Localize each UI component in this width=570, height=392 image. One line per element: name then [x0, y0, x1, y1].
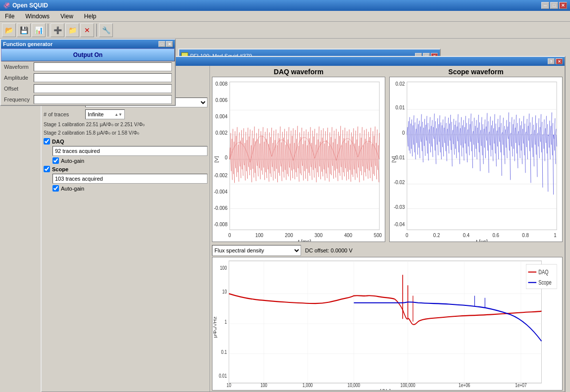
svg-text:0: 0 — [228, 232, 231, 238]
func-gen-restore-button[interactable]: □ — [158, 41, 165, 47]
svg-text:500: 500 — [374, 232, 382, 238]
scope-autogain-row: Auto-gain — [52, 185, 207, 192]
menu-help[interactable]: Help — [81, 12, 100, 21]
svg-text:0.6: 0.6 — [492, 232, 499, 238]
traces-spinbox[interactable]: Infinite ▲▼ — [85, 109, 125, 119]
scope-autogain-label: Auto-gain — [61, 186, 84, 192]
toolbar: 📂 💾 📊 ➕ 📁 ✕ 🔧 — [0, 22, 570, 39]
svg-text:1e+06: 1e+06 — [459, 382, 470, 389]
waveform-row: Waveform — [1, 61, 175, 72]
bottom-controls: Flux spectral density DC offset: 0.0000 … — [212, 245, 563, 256]
svg-text:100: 100 — [255, 232, 263, 238]
dc-offset-label: DC offset: 0.0000 V — [305, 247, 353, 253]
scope-autogain-checkbox[interactable] — [52, 185, 59, 192]
svg-text:0.1: 0.1 — [221, 348, 227, 355]
spectrum-analyzer-window: Spectrum Analyzer ? ✕ ▶ Start ↺ Reset — [41, 56, 566, 392]
menu-windows[interactable]: Windows — [22, 12, 52, 21]
frequency-value[interactable] — [34, 95, 172, 104]
sa-plots: DAQ waveform 0.008 0.006 0.004 0.002 0 -… — [210, 66, 565, 392]
func-gen-close-button[interactable]: ✕ — [166, 41, 173, 47]
sa-close-button[interactable]: ✕ — [556, 58, 563, 64]
daq-checkbox-row: DAQ — [44, 138, 207, 145]
menu-view[interactable]: View — [57, 12, 76, 21]
svg-text:0.006: 0.006 — [215, 97, 228, 102]
sa-help-button[interactable]: ? — [548, 58, 555, 64]
svg-text:-0.04: -0.04 — [394, 222, 405, 227]
daq-waveform-container: DAQ waveform 0.008 0.006 0.004 0.002 0 -… — [212, 68, 385, 242]
func-gen-title-text: Function generator — [3, 41, 52, 47]
svg-text:-0.004: -0.004 — [214, 189, 228, 194]
sa-controls: ▶ Start ↺ Reset ⬛ Stop ✓ — [42, 66, 210, 392]
svg-text:200: 200 — [285, 232, 293, 238]
bottom-plot: Flux spectral density DC offset: 0.0000 … — [210, 244, 565, 392]
delete-button[interactable]: ✕ — [80, 23, 94, 37]
stage1-calib-row: Stage 1 calibration 22.51 μA/Φ₀ or 2.251… — [44, 121, 207, 128]
svg-text:300: 300 — [314, 232, 323, 238]
daq-label: DAQ — [52, 139, 64, 145]
settings-button[interactable]: 🔧 — [99, 23, 113, 37]
svg-text:1: 1 — [554, 232, 557, 238]
app-title: Open SQUID — [12, 2, 48, 9]
function-generator-window: Function generator □ ✕ Output On Wavefor… — [0, 39, 176, 106]
svg-text:-0.03: -0.03 — [394, 204, 405, 209]
svg-text:1e+07: 1e+07 — [515, 382, 526, 389]
svg-text:Scope: Scope — [538, 279, 551, 286]
svg-text:10: 10 — [227, 382, 232, 389]
scope-checkbox[interactable] — [44, 166, 50, 172]
open-button[interactable]: 📂 — [2, 23, 16, 37]
close-button[interactable]: ✕ — [559, 2, 567, 9]
stage1-calib-label: Stage 1 calibration — [44, 122, 85, 127]
minimize-button[interactable]: ─ — [541, 2, 549, 9]
scope-label: Scope — [52, 166, 68, 172]
traces-row: # of traces Infinite ▲▼ — [44, 109, 207, 119]
spectrum-type-select[interactable]: Flux spectral density — [212, 245, 301, 256]
daq-autogain-label: Auto-gain — [61, 158, 84, 164]
svg-text:0.4: 0.4 — [463, 232, 470, 238]
frequency-row: Frequency — [1, 94, 175, 105]
folder-add-button[interactable]: 📁 — [65, 23, 79, 37]
daq-traces-box: 92 traces acquired — [52, 146, 207, 156]
svg-text:-0.002: -0.002 — [214, 172, 228, 178]
svg-text:t [ms]: t [ms] — [298, 239, 311, 242]
svg-text:1: 1 — [224, 319, 227, 325]
svg-text:t [us]: t [us] — [476, 239, 488, 242]
offset-row: Offset — [1, 83, 175, 94]
maximize-button[interactable]: □ — [550, 2, 558, 9]
svg-text:100: 100 — [260, 382, 267, 389]
scope-traces-box: 103 traces acquired — [52, 174, 207, 184]
offset-value[interactable] — [34, 84, 172, 93]
svg-text:100: 100 — [220, 265, 227, 271]
menu-file[interactable]: File — [2, 12, 17, 21]
daq-waveform-plot: 0.008 0.006 0.004 0.002 0 -0.002 -0.004 … — [212, 77, 385, 242]
save-alt-button[interactable]: 📊 — [32, 23, 46, 37]
stage2-calib-row: Stage 2 calibration 15.8 μA/Φ₀ or 1.58 V… — [44, 130, 207, 136]
amplitude-value[interactable] — [34, 73, 172, 82]
output-on-button[interactable]: Output On — [1, 49, 175, 61]
toolbar-separator — [48, 24, 49, 37]
svg-text:0.8: 0.8 — [522, 232, 529, 238]
stage2-calib-value: 15.8 μA/Φ₀ or 1.58 V/Φ₀ — [86, 130, 140, 136]
dc-offset-value: 0.0000 V — [331, 247, 353, 253]
svg-text:0.01: 0.01 — [219, 372, 227, 379]
svg-text:10: 10 — [222, 289, 227, 295]
top-plots: DAQ waveform 0.008 0.006 0.004 0.002 0 -… — [210, 66, 565, 244]
stage2-calib-label: Stage 2 calibration — [44, 130, 85, 136]
svg-text:0.2: 0.2 — [433, 232, 440, 238]
waveform-label: Waveform — [4, 64, 34, 70]
daq-autogain-checkbox[interactable] — [52, 157, 59, 164]
svg-text:0: 0 — [402, 130, 405, 136]
svg-text:-0.008: -0.008 — [214, 222, 228, 227]
svg-text:0.002: 0.002 — [215, 130, 228, 136]
svg-text:1,000: 1,000 — [303, 382, 313, 389]
scope-waveform-svg: 0.02 0.01 0 -0.01 -0.02 -0.03 -0.04 [V] — [390, 77, 562, 242]
daq-checkbox[interactable] — [44, 138, 50, 145]
scope-waveform-plot: 0.02 0.01 0 -0.01 -0.02 -0.03 -0.04 [V] — [389, 77, 563, 242]
traces-spin-arrows[interactable]: ▲▼ — [114, 112, 122, 117]
waveform-value[interactable] — [34, 62, 172, 71]
spectrum-svg: 100 10 1 0.1 0.01 μΦ₀/√Hz — [212, 257, 562, 390]
toolbar-separator2 — [96, 24, 97, 37]
svg-text:0.02: 0.02 — [395, 81, 405, 86]
save-button[interactable]: 💾 — [17, 23, 31, 37]
add-button[interactable]: ➕ — [51, 23, 64, 37]
scope-traces-text: 103 traces acquired — [55, 176, 103, 182]
